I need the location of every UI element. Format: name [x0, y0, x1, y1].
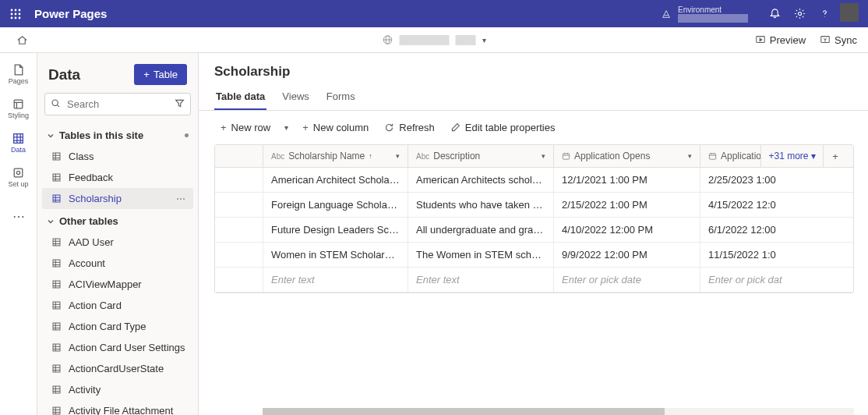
cell-application-opens[interactable]: 2/15/2022 1:00 PM	[554, 193, 700, 217]
svg-rect-28	[53, 365, 60, 372]
table-item-label: Feedback	[69, 172, 113, 183]
table-icon	[51, 279, 62, 289]
table-item[interactable]: Action Card User Settings	[37, 337, 198, 358]
table-row[interactable]: American Architect ScholarshipAmerican A…	[215, 168, 853, 193]
scrollbar-thumb[interactable]	[263, 408, 665, 415]
site-url-picker[interactable]: ▾	[383, 34, 486, 45]
date-type-icon	[562, 152, 570, 161]
row-handle[interactable]	[215, 193, 263, 217]
waffle-icon	[10, 9, 21, 20]
table-item[interactable]: AAD User	[37, 232, 198, 253]
row-handle[interactable]	[215, 243, 263, 267]
cell-description[interactable]: Students who have taken at least …	[408, 193, 554, 217]
waffle-button[interactable]	[5, 3, 26, 25]
column-application-due[interactable]: Application D	[700, 145, 761, 167]
new-row-due-input[interactable]: Enter or pick dat	[700, 268, 847, 292]
table-item[interactable]: Feedback	[37, 167, 198, 188]
cell-application-due[interactable]: 11/15/2022 1:0	[700, 243, 847, 267]
chevron-down-icon	[47, 132, 55, 140]
sync-button[interactable]: Sync	[820, 34, 857, 46]
table-item[interactable]: Scholarship⋯	[42, 188, 193, 209]
cell-application-opens[interactable]: 9/9/2022 12:00 PM	[554, 243, 700, 267]
environment-picker[interactable]: Environment	[661, 5, 748, 23]
rail-setup[interactable]: Set up	[2, 161, 36, 193]
new-row-open-input[interactable]: Enter or pick date	[554, 268, 700, 292]
cell-description[interactable]: All undergraduate and graduate s…	[408, 218, 554, 242]
svg-rect-32	[709, 153, 715, 158]
new-row-chevron[interactable]: ▾	[280, 120, 293, 135]
column-scholarship-name[interactable]: Abc Scholarship Name ↑ ▾	[263, 145, 408, 167]
rail-pages-label: Pages	[9, 77, 29, 85]
more-columns-button[interactable]: +31 more ▾	[761, 145, 824, 167]
section-tables-in-site[interactable]: Tables in this site	[37, 123, 198, 146]
horizontal-scrollbar[interactable]	[263, 408, 854, 415]
cell-application-opens[interactable]: 4/10/2022 12:00 PM	[554, 218, 700, 242]
cell-application-opens[interactable]: 12/1/2021 1:00 PM	[554, 168, 700, 192]
table-icon	[51, 364, 62, 374]
cell-name[interactable]: Future Design Leaders Scholarship	[263, 218, 408, 242]
rail-pages[interactable]: Pages	[2, 58, 36, 90]
svg-point-2	[19, 9, 21, 11]
new-row-placeholder[interactable]: Enter text Enter text Enter or pick date…	[215, 268, 853, 293]
table-icon	[51, 406, 62, 415]
plus-icon: +	[221, 122, 227, 133]
add-column-button[interactable]: +	[824, 145, 847, 167]
cell-name[interactable]: American Architect Scholarship	[263, 168, 408, 192]
more-icon: ⋯	[12, 209, 25, 224]
chevron-down-icon: ▾	[396, 152, 400, 160]
table-item[interactable]: Class	[37, 146, 198, 167]
home-button[interactable]	[11, 29, 33, 51]
row-handle[interactable]	[215, 168, 263, 192]
edit-properties-button[interactable]: Edit table properties	[444, 119, 562, 137]
table-item[interactable]: ActionCardUserState	[37, 358, 198, 379]
rail-more[interactable]: ⋯	[2, 200, 36, 232]
table-item[interactable]: Action Card Type	[37, 316, 198, 337]
new-row-desc-input[interactable]: Enter text	[408, 268, 554, 292]
notifications-button[interactable]	[764, 3, 785, 25]
table-row[interactable]: Future Design Leaders ScholarshipAll und…	[215, 218, 853, 243]
cell-description[interactable]: American Architects scholarship is…	[408, 168, 554, 192]
table-item[interactable]: Action Card	[37, 295, 198, 316]
table-item[interactable]: Activity	[37, 379, 198, 400]
new-row-button[interactable]: + New row	[214, 119, 277, 137]
search-input[interactable]	[44, 93, 191, 115]
cell-application-due[interactable]: 4/15/2022 12:0	[700, 193, 847, 217]
table-item[interactable]: Activity File Attachment	[37, 400, 198, 415]
cell-name[interactable]: Women in STEM Scholarship	[263, 243, 408, 267]
tab[interactable]: Views	[281, 86, 310, 110]
settings-button[interactable]	[789, 3, 810, 25]
more-icon[interactable]: ⋯	[176, 193, 185, 204]
table-row[interactable]: Women in STEM ScholarshipThe Women in ST…	[215, 243, 853, 268]
site-url-redacted-2	[456, 35, 476, 45]
new-table-button[interactable]: + Table	[134, 64, 187, 85]
table-item[interactable]: Account	[37, 253, 198, 274]
cell-description[interactable]: The Women in STEM scholarship i…	[408, 243, 554, 267]
svg-rect-22	[53, 239, 60, 246]
svg-rect-26	[53, 323, 60, 330]
table-row[interactable]: Foreign Language ScholarshipStudents who…	[215, 193, 853, 218]
sync-icon	[820, 34, 831, 45]
table-item[interactable]: ACIViewMapper	[37, 274, 198, 295]
rail-data[interactable]: Data	[2, 126, 36, 159]
row-handle[interactable]	[215, 218, 263, 242]
column-description[interactable]: Abc Description ▾	[408, 145, 554, 167]
cell-name[interactable]: Foreign Language Scholarship	[263, 193, 408, 217]
column-application-opens[interactable]: Application Opens ▾	[554, 145, 700, 167]
refresh-button[interactable]: Refresh	[378, 119, 441, 137]
section-other-tables[interactable]: Other tables	[37, 209, 198, 232]
table-icon	[51, 300, 62, 310]
svg-rect-31	[563, 153, 569, 158]
new-row-name-input[interactable]: Enter text	[263, 268, 408, 292]
cell-application-due[interactable]: 2/25/2023 1:00	[700, 168, 847, 192]
cell-application-due[interactable]: 6/1/2022 12:00	[700, 218, 847, 242]
new-column-button[interactable]: + New column	[296, 119, 375, 137]
product-name: Power Pages	[34, 7, 107, 20]
rail-styling[interactable]: Styling	[2, 92, 36, 125]
help-button[interactable]	[813, 3, 835, 25]
filter-button[interactable]	[175, 98, 185, 108]
tab[interactable]: Forms	[325, 86, 357, 110]
sort-asc-icon: ↑	[369, 152, 372, 160]
preview-button[interactable]: Preview	[755, 34, 806, 46]
user-avatar[interactable]	[840, 3, 859, 22]
tab[interactable]: Table data	[214, 86, 266, 110]
